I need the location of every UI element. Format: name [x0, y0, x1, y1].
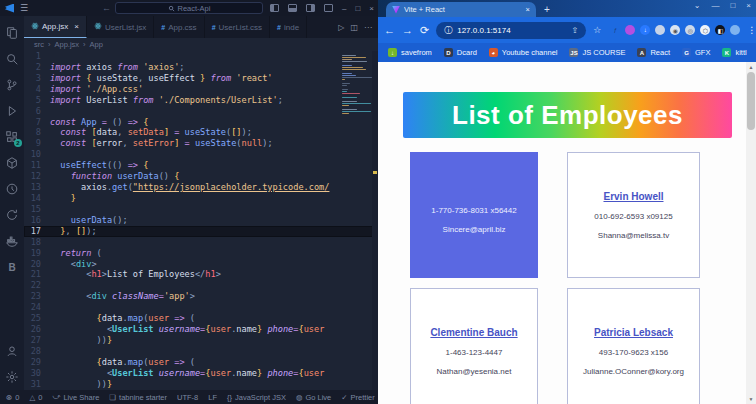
- status-item-go-live[interactable]: ◍Go Live: [296, 393, 331, 402]
- extension-icon-5[interactable]: ◉: [670, 25, 680, 35]
- status-item-0[interactable]: ⊗0: [6, 393, 19, 402]
- tab-search-chevron-icon[interactable]: ⌄: [694, 1, 701, 10]
- restore-button[interactable]: □: [355, 4, 360, 13]
- back-button[interactable]: ←: [384, 24, 395, 36]
- tab-close-icon[interactable]: ×: [526, 5, 530, 14]
- toggle-sidebar-icon[interactable]: [270, 4, 279, 12]
- menu-icon[interactable]: ☰: [20, 3, 28, 13]
- page-scrollbar[interactable]: ▲ ▼: [746, 62, 756, 404]
- employee-name-link[interactable]: Clementine Bauch: [430, 327, 517, 338]
- minimize-button[interactable]: –: [342, 4, 346, 13]
- files-icon[interactable]: [0, 20, 24, 46]
- code-line: 28: [24, 346, 378, 357]
- editor-tab-inde[interactable]: #inde: [270, 16, 307, 38]
- site-info-icon[interactable]: ⓘ: [444, 25, 452, 36]
- browser-minimize-button[interactable]: —: [711, 1, 719, 10]
- share-icon[interactable]: ⇪: [572, 26, 579, 35]
- editor-tab-app.jsx[interactable]: App.jsx×: [24, 16, 87, 38]
- bookmark-star-icon[interactable]: ☆: [593, 25, 601, 35]
- new-tab-button[interactable]: +: [544, 4, 550, 15]
- toggle-secondary-sidebar-icon[interactable]: [306, 4, 315, 12]
- status-item-lf[interactable]: LF: [208, 393, 217, 402]
- sync-icon[interactable]: [0, 202, 24, 228]
- minimap[interactable]: [342, 53, 372, 115]
- extension-icon-1[interactable]: ƒ: [610, 25, 620, 35]
- toggle-panel-icon[interactable]: [288, 4, 297, 12]
- code-editor[interactable]: 12import axios from 'axios';3import { us…: [24, 51, 378, 390]
- package-icon[interactable]: [0, 150, 24, 176]
- employee-card[interactable]: Clementine Bauch1-463-123-4447Nathan@yes…: [410, 288, 538, 404]
- employee-name-link[interactable]: Patricia Lebsack: [594, 327, 673, 338]
- browser-close-button[interactable]: ×: [746, 1, 751, 10]
- breadcrumb[interactable]: src›App.jsx›App: [24, 38, 378, 51]
- extension-icon-6[interactable]: ◎: [685, 25, 695, 35]
- address-bar[interactable]: ⓘ 127.0.0.1:5174 ⇪: [436, 22, 586, 39]
- tab-label: inde: [284, 23, 299, 32]
- close-button[interactable]: ×: [369, 4, 374, 13]
- status-item-0[interactable]: △0: [29, 393, 42, 402]
- editor-tab-userlist.css[interactable]: #UserList.css: [205, 16, 270, 38]
- employee-name-link[interactable]: Ervin Howell: [603, 191, 663, 202]
- extensions-icon[interactable]: 2: [0, 124, 24, 150]
- clock-icon[interactable]: [0, 176, 24, 202]
- breadcrumb-separator: ›: [48, 40, 51, 49]
- tab-close-icon[interactable]: ×: [74, 22, 79, 31]
- browser-tab[interactable]: Vite + React ×: [386, 2, 536, 17]
- extension-icon-9[interactable]: [730, 25, 740, 35]
- code-line: 24: [24, 302, 378, 313]
- account-icon[interactable]: [0, 338, 24, 364]
- breadcrumb-item[interactable]: App: [90, 40, 103, 49]
- bookmark-dcard[interactable]: DDcard: [444, 48, 477, 57]
- code-line: 7const App = () => {: [24, 117, 378, 128]
- editor-tab-app.css[interactable]: #App.css: [154, 16, 204, 38]
- bookmark-react[interactable]: AReact: [637, 48, 670, 57]
- status-item-tabnine-starter[interactable]: ❏tabnine starter: [109, 393, 167, 402]
- bookmark-youtube-channel[interactable]: ◕Youtube channel: [489, 48, 558, 57]
- settings-icon[interactable]: [0, 364, 24, 390]
- status-item-live-share[interactable]: ⤻Live Share: [52, 392, 99, 402]
- search-icon[interactable]: [0, 46, 24, 72]
- code-line: 2import axios from 'axios';: [24, 62, 378, 73]
- scroll-up-icon[interactable]: ▲: [749, 62, 754, 72]
- line-number: 31: [24, 379, 50, 390]
- docker-icon[interactable]: [0, 228, 24, 254]
- employee-card[interactable]: Patricia Lebsack493-170-9623 x156Juliann…: [567, 288, 700, 404]
- extension-icon-2[interactable]: [625, 25, 635, 35]
- line-number: 19: [24, 248, 50, 259]
- bookmark-js-course[interactable]: JSJS COURSE: [569, 48, 625, 57]
- code-line: 21 <h1>List of Employees</h1>: [24, 269, 378, 280]
- bookmark-label: kittl: [735, 48, 746, 57]
- source-control-icon[interactable]: [0, 72, 24, 98]
- breadcrumb-item[interactable]: App.jsx: [55, 40, 80, 49]
- extension-icon-7[interactable]: ⬡: [700, 25, 710, 35]
- browser-restore-button[interactable]: □: [730, 1, 735, 10]
- line-number: 2: [24, 62, 50, 73]
- status-item-javascript-jsx[interactable]: {}JavaScript JSX: [227, 393, 286, 402]
- bito-icon[interactable]: B: [0, 254, 24, 280]
- history-back-icon[interactable]: ←: [102, 3, 111, 13]
- status-item-prettier[interactable]: ✓Prettier: [341, 393, 374, 402]
- run-debug-icon[interactable]: [0, 98, 24, 124]
- employee-card[interactable]: 1-770-736-8031 x56442Sincere@april.biz: [410, 152, 538, 278]
- bookmark-label: React: [650, 48, 670, 57]
- customize-layout-icon[interactable]: [324, 4, 333, 12]
- scrollbar-thumb[interactable]: [747, 72, 755, 130]
- browser-menu-icon[interactable]: ⋮: [747, 25, 756, 35]
- forward-button[interactable]: →: [402, 24, 413, 36]
- bookmark-savefrom[interactable]: ↓savefrom: [388, 48, 432, 57]
- split-editor-icon[interactable]: ◫: [350, 23, 358, 32]
- bookmark-kittl[interactable]: Kkittl: [722, 48, 746, 57]
- extension-icon-8[interactable]: ◧: [715, 25, 725, 35]
- command-search-box[interactable]: React-Api: [115, 2, 263, 14]
- reload-button[interactable]: ⟳: [420, 24, 429, 37]
- status-item-utf-8[interactable]: UTF-8: [177, 393, 198, 402]
- run-button[interactable]: ▷: [338, 23, 344, 32]
- scroll-down-icon[interactable]: ▼: [749, 394, 754, 404]
- employee-card[interactable]: Ervin Howell010-692-6593 x09125Shanna@me…: [567, 152, 700, 278]
- more-actions-icon[interactable]: ⋯: [364, 23, 372, 32]
- bookmark-gfx[interactable]: GGFX: [682, 48, 710, 57]
- extension-icon-3[interactable]: ↓: [640, 25, 650, 35]
- editor-tab-userlist.jsx[interactable]: UserList.jsx: [87, 16, 154, 38]
- extension-icon-4[interactable]: [655, 25, 665, 35]
- breadcrumb-item[interactable]: src: [34, 40, 44, 49]
